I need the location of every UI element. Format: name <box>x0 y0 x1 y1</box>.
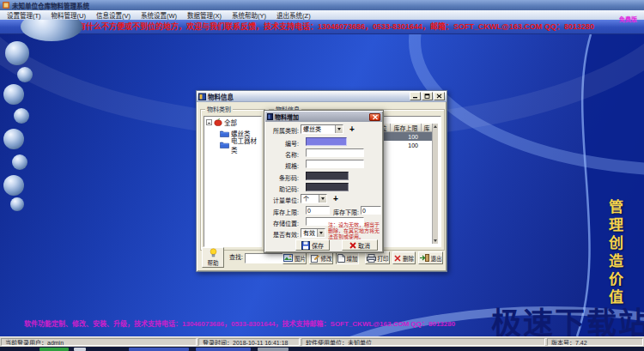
taskbar-task[interactable] <box>258 348 289 351</box>
add-material-dialog-title: 物料增加 <box>275 112 299 121</box>
status-version: 版本号：7.42 <box>547 338 643 346</box>
tree-node-label: 电工器材类 <box>231 136 261 154</box>
apple-icon <box>214 118 222 126</box>
spec-field-label: 规格: <box>264 161 299 170</box>
menu-bar: 设置管理(T) 物料管理(U) 信息设置(V) 系统设置(W) 数据管理(X) … <box>0 10 644 20</box>
stock-lower-input[interactable] <box>361 206 381 215</box>
bottom-marquee-text: 软件功能定制、修改、安装、升级，技术支持电话：13046073686，0533-… <box>24 318 455 328</box>
scroll-up-icon[interactable] <box>434 125 437 128</box>
bubble-decor <box>12 154 27 170</box>
exit-button-label: 退出 <box>431 254 442 263</box>
menu-item-settings-mgmt[interactable]: 设置管理(T) <box>2 10 46 20</box>
minimize-icon <box>412 94 418 99</box>
edit-icon <box>311 254 319 263</box>
add-button[interactable]: 增加 <box>336 251 359 264</box>
tree-node-all[interactable]: 全部 <box>204 117 261 128</box>
add-material-titlebar[interactable]: 物料增加 <box>265 112 382 122</box>
close-icon <box>436 94 442 99</box>
folder-icon <box>220 130 229 137</box>
watermark-text: 极速下载站 <box>491 299 644 336</box>
barcode-input[interactable] <box>306 172 349 180</box>
cancel-button[interactable]: 取消 <box>342 239 378 251</box>
mnemonic-field-label: 助记码: <box>264 185 299 193</box>
stock-upper-input[interactable] <box>306 206 330 215</box>
printer-icon <box>367 254 376 263</box>
cancel-button-label: 取消 <box>358 241 370 250</box>
application-window: 未知单位仓库物料管理系统 设置管理(T) 物料管理(U) 信息设置(V) 系统设… <box>0 0 644 351</box>
spec-input[interactable] <box>306 160 364 168</box>
new-page-icon <box>337 254 345 263</box>
save-button[interactable]: 保存 <box>295 239 330 251</box>
table-header-upper[interactable]: 库存上限 <box>391 124 422 132</box>
modify-button-label: 修改 <box>321 254 332 263</box>
tree-node-electrical[interactable]: 电工器材类 <box>218 139 261 150</box>
material-info-titlebar[interactable]: 物料信息 <box>197 91 447 102</box>
valid-select[interactable]: 有效 <box>301 228 325 238</box>
location-field-label: 存储位置: <box>264 219 299 227</box>
dialog-close-button[interactable] <box>369 113 380 121</box>
start-button-sliver[interactable] <box>39 348 69 351</box>
category-select-value: 螺丝类 <box>301 125 335 133</box>
menu-item-exit[interactable]: 退出系统(Z) <box>271 10 316 20</box>
add-material-dialog: 物料增加 所属类别: 螺丝类 + 编号: 名称: 规格: 条形码: <box>264 110 384 253</box>
edition-badge: 免费版 <box>619 15 637 23</box>
delete-button-label: 删除 <box>403 254 414 263</box>
name-input[interactable] <box>306 148 364 157</box>
chevron-down-icon[interactable] <box>317 229 325 237</box>
name-field-label: 名称: <box>264 150 299 159</box>
category-select[interactable]: 螺丝类 <box>301 124 343 134</box>
print-button-label: 打印 <box>378 254 389 263</box>
exit-button[interactable]: 退出 <box>418 251 443 264</box>
picture-button-label: 图片 <box>295 254 306 263</box>
folder-icon <box>220 141 229 148</box>
close-x-icon <box>372 114 379 120</box>
bubble-decor <box>5 41 29 65</box>
valid-field-label: 是否有效: <box>264 230 299 239</box>
exit-door-icon <box>420 254 429 262</box>
delete-x-icon <box>394 255 401 262</box>
close-button[interactable] <box>434 92 445 100</box>
print-button[interactable]: 打印 <box>365 251 390 264</box>
status-bar: 当前登录用户：admin 登录时间：2018-10-11 16:41:18 软件… <box>0 336 644 347</box>
taskbar-icon[interactable] <box>74 348 86 351</box>
stock-lower-label: 库存下限: <box>328 208 359 216</box>
minimize-button[interactable] <box>410 92 421 100</box>
cell-upper: 100 <box>391 141 422 149</box>
code-input[interactable] <box>306 137 347 146</box>
add-material-dialog-icon <box>267 113 273 120</box>
app-icon <box>3 2 9 9</box>
bulb-icon <box>210 248 217 257</box>
chevron-down-icon[interactable] <box>335 125 343 133</box>
menu-item-help[interactable]: 系统帮助(Y) <box>227 10 271 20</box>
menu-item-system-settings[interactable]: 系统设置(W) <box>136 10 182 20</box>
modify-button[interactable]: 修改 <box>309 251 333 264</box>
tree-expander-icon[interactable] <box>206 119 212 125</box>
table-header-partial[interactable]: 库 <box>422 124 432 132</box>
menu-item-material-mgmt[interactable]: 物料管理(U) <box>46 10 91 20</box>
material-info-window-icon <box>198 93 206 100</box>
picture-button[interactable]: 图片 <box>283 251 307 264</box>
maximize-button[interactable] <box>422 92 433 100</box>
category-group: 物料类别 全部 螺丝类 电工器材类 <box>200 109 265 251</box>
taskbar-task[interactable] <box>196 348 251 351</box>
delete-button[interactable]: 删除 <box>392 251 416 264</box>
stock-upper-label: 库存上限: <box>264 208 299 216</box>
scroll-down-icon[interactable] <box>434 239 437 242</box>
valid-select-value: 有效 <box>301 229 317 237</box>
table-vertical-scrollbar[interactable] <box>432 124 438 244</box>
menu-item-data-mgmt[interactable]: 数据管理(X) <box>182 10 227 20</box>
chevron-down-icon[interactable] <box>319 195 326 203</box>
mnemonic-input[interactable] <box>306 183 349 191</box>
help-button[interactable]: 帮助 <box>202 247 224 268</box>
add-category-button[interactable]: + <box>349 124 355 134</box>
cancel-x-icon <box>349 242 356 249</box>
unit-select[interactable]: 个 <box>301 194 327 203</box>
unit-select-value: 个 <box>301 195 319 203</box>
taskbar-sliver <box>0 347 644 351</box>
taskbar-task[interactable] <box>129 348 189 351</box>
add-unit-button[interactable]: + <box>333 194 338 203</box>
floppy-save-icon <box>301 241 310 250</box>
menu-item-info-settings[interactable]: 信息设置(V) <box>91 10 136 20</box>
app-title: 未知单位仓库物料管理系统 <box>12 1 89 10</box>
bubble-decor <box>17 67 33 82</box>
